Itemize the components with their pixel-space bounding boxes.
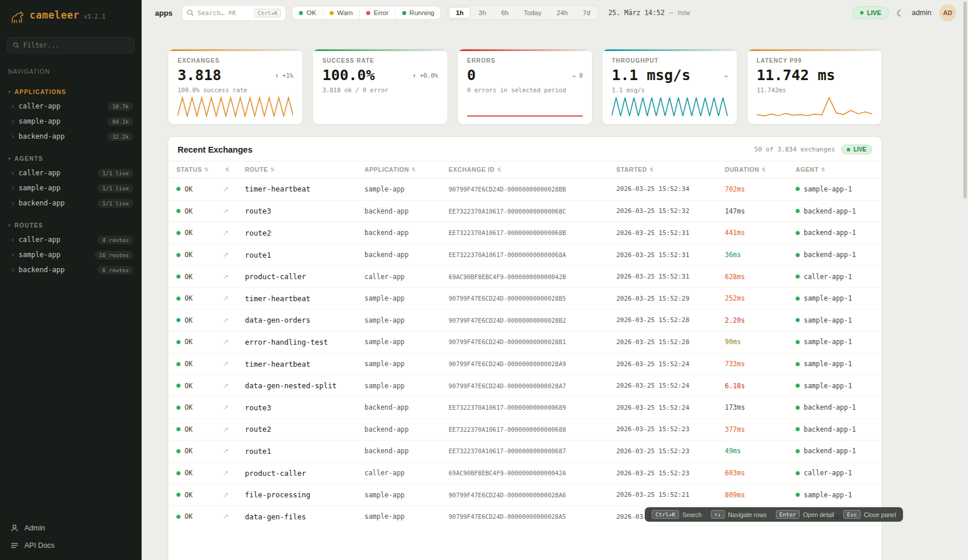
sidebar-item-badge: 16 routes xyxy=(95,251,133,259)
dark-mode-toggle[interactable]: ☾ xyxy=(897,9,904,17)
exchange-id-cell: 69AC90BF8EBC4F9-000000000000042A xyxy=(449,469,616,476)
table-row[interactable]: OK ↗ route3 backend-app EE7322370A10617-… xyxy=(168,200,882,222)
sidebar-item[interactable]: › backend-app 32.2k xyxy=(0,129,142,144)
sidebar-item[interactable]: › sample-app 1/1 live xyxy=(0,180,142,196)
section-header-agents[interactable]: ▾ AGENTS xyxy=(0,153,142,165)
table-live-badge[interactable]: LIVE xyxy=(841,144,872,154)
started-cell: 2026-03-25 15:52:31 xyxy=(616,251,725,259)
sidebar-item[interactable]: › caller-app 10.7k xyxy=(0,99,142,114)
sidebar-item[interactable]: › backend-app 6 routes xyxy=(0,262,142,277)
column-header[interactable]: ROUTE ⇅ xyxy=(245,166,364,173)
open-detail-icon[interactable]: ↗ xyxy=(223,447,245,455)
agent-label: backend-app-1 xyxy=(804,251,856,259)
status-cell: OK xyxy=(176,251,223,259)
section-header-routes[interactable]: ▾ ROUTES xyxy=(0,220,142,232)
started-cell: 2026-03-25 15:52:28 xyxy=(616,338,725,346)
column-header[interactable]: STARTED ⇅ xyxy=(616,166,725,173)
status-chip[interactable]: Error xyxy=(359,6,395,19)
open-detail-icon[interactable]: ↗ xyxy=(223,403,245,411)
search-input[interactable] xyxy=(197,9,251,17)
open-detail-icon[interactable]: ↗ xyxy=(223,294,245,302)
avatar[interactable]: AD xyxy=(939,4,956,21)
open-detail-icon[interactable]: ↗ xyxy=(223,229,245,237)
table-row[interactable]: OK ↗ timer-heartbeat sample-app 90799F47… xyxy=(168,287,882,309)
stat-card[interactable]: LATENCY P99 11.742 ms 11.742ms xyxy=(747,49,882,125)
table-row[interactable]: OK ↗ route2 backend-app EE7322370A10617-… xyxy=(168,418,882,440)
open-detail-icon[interactable]: ↗ xyxy=(223,316,245,324)
table-row[interactable]: OK ↗ route1 backend-app EE7322370A10617-… xyxy=(168,244,882,266)
time-range-button[interactable]: 6h xyxy=(494,7,516,19)
open-detail-icon[interactable]: ↗ xyxy=(223,273,245,281)
column-header[interactable]: STATUS ⇅ xyxy=(176,166,223,173)
table-row[interactable]: OK ↗ route3 backend-app EE7322370A10617-… xyxy=(168,396,882,418)
status-chip[interactable]: Warn xyxy=(323,6,359,19)
sidebar-item[interactable]: › caller-app 4 routes xyxy=(0,232,142,247)
filter-input[interactable] xyxy=(23,41,129,49)
section-header-applications[interactable]: ▾ APPLICATIONS xyxy=(0,86,142,99)
open-detail-icon[interactable]: ↗ xyxy=(223,382,245,390)
table-row[interactable]: OK ↗ timer-heartbeat sample-app 90799F47… xyxy=(168,178,882,200)
stat-card[interactable]: THROUGHPUT 1.1 msg/s → 1.1 msg/s xyxy=(602,49,737,125)
open-detail-icon[interactable]: ↗ xyxy=(223,338,245,346)
time-range-button[interactable]: 3h xyxy=(472,7,493,19)
chevron-right-icon: › xyxy=(12,118,14,125)
status-chip[interactable]: Running xyxy=(395,6,441,19)
status-label: OK xyxy=(185,229,193,237)
table-header-band: Recent Exchanges 50 of 3.834 exchanges L… xyxy=(168,137,882,161)
table-row[interactable]: OK ↗ product-caller caller-app 69AC90BF8… xyxy=(168,462,882,484)
sidebar-item[interactable]: › caller-app 1/1 live xyxy=(0,165,142,180)
table-row[interactable]: OK ↗ file-processing sample-app 90799F47… xyxy=(168,483,882,505)
open-detail-icon[interactable]: ↗ xyxy=(223,251,245,259)
table-row[interactable]: OK ↗ product-caller caller-app 69AC90BF8… xyxy=(168,265,882,287)
exchange-id-cell: 90799F47E6CD24D-00000000000028A7 xyxy=(449,382,616,389)
time-range-button[interactable]: 1h xyxy=(449,7,470,19)
table-row[interactable]: OK ↗ error-handling-test sample-app 9079… xyxy=(168,331,882,353)
table-summary: 50 of 3.834 exchanges xyxy=(754,146,835,153)
open-detail-icon[interactable]: ↗ xyxy=(223,491,245,499)
duration-cell: 441ms xyxy=(725,229,796,237)
column-header-label: APPLICATION xyxy=(364,166,409,173)
table-row[interactable]: OK ↗ timer-heartbeat sample-app 90799F47… xyxy=(168,353,882,375)
admin-nav-item[interactable]: Admin xyxy=(0,519,142,537)
open-detail-icon[interactable]: ↗ xyxy=(223,469,245,477)
table-row[interactable]: OK ↗ data-gen-orders sample-app 90799F47… xyxy=(168,309,882,331)
column-header[interactable]: AGENT ⇅ xyxy=(796,166,882,173)
application-cell: backend-app xyxy=(364,229,449,237)
status-label: OK xyxy=(185,294,193,302)
status-cell: OK xyxy=(176,316,223,324)
stat-card[interactable]: EXCHANGES 3.818 ↑ +1% 100.0% success rat… xyxy=(168,49,303,125)
table-row[interactable]: OK ↗ data-gen-nested-split sample-app 90… xyxy=(168,374,882,396)
column-header[interactable]: APPLICATION ⇅ xyxy=(364,166,449,173)
open-detail-icon[interactable]: ↗ xyxy=(223,360,245,368)
open-detail-icon[interactable]: ↗ xyxy=(223,512,245,521)
open-detail-icon[interactable]: ↗ xyxy=(223,185,245,193)
logo[interactable]: cameleer v3.2.1 xyxy=(0,0,142,31)
api-docs-nav-item[interactable]: API Docs xyxy=(0,537,142,554)
ok-status-dot xyxy=(176,318,180,322)
column-header[interactable]: ⇅ xyxy=(223,167,245,172)
column-header[interactable]: EXCHANGE ID ⇅ xyxy=(449,166,616,173)
date-range[interactable]: 25. März 14:52 — now xyxy=(608,9,690,17)
sidebar-item[interactable]: › sample-app 16 routes xyxy=(0,247,142,262)
stat-card[interactable]: SUCCESS RATE 100.0% ↑ +0.0% 3.818 ok / 0… xyxy=(312,49,447,125)
time-range-button[interactable]: Today xyxy=(516,7,548,19)
table-row[interactable]: OK ↗ route2 backend-app EE7322370A10617-… xyxy=(168,222,882,244)
shortcut-key: ↑↓ xyxy=(711,510,724,519)
sidebar-item[interactable]: › sample-app 84.1k xyxy=(0,114,142,129)
status-dot xyxy=(402,11,406,15)
exchange-id-cell: EE7322370A10617-000000000000068A xyxy=(449,251,616,258)
page-scrollbar[interactable] xyxy=(963,1,967,198)
open-detail-icon[interactable]: ↗ xyxy=(223,207,245,215)
status-chip[interactable]: OK xyxy=(292,6,323,19)
time-range-button[interactable]: 24h xyxy=(550,7,575,19)
live-badge[interactable]: LIVE xyxy=(853,6,888,19)
status-label: OK xyxy=(185,207,193,215)
open-detail-icon[interactable]: ↗ xyxy=(223,425,245,433)
table-row[interactable]: OK ↗ route1 backend-app EE7322370A10617-… xyxy=(168,440,882,462)
stat-card[interactable]: ERRORS 0 → 0 0 errors in selected period xyxy=(457,49,593,125)
column-header[interactable]: DURATION ⇅ xyxy=(725,166,796,173)
duration-cell: 702ms xyxy=(725,185,796,193)
sidebar-item[interactable]: › backend-app 1/1 live xyxy=(0,196,142,211)
sparkline-chart xyxy=(757,95,872,118)
time-range-button[interactable]: 7d xyxy=(576,7,597,19)
